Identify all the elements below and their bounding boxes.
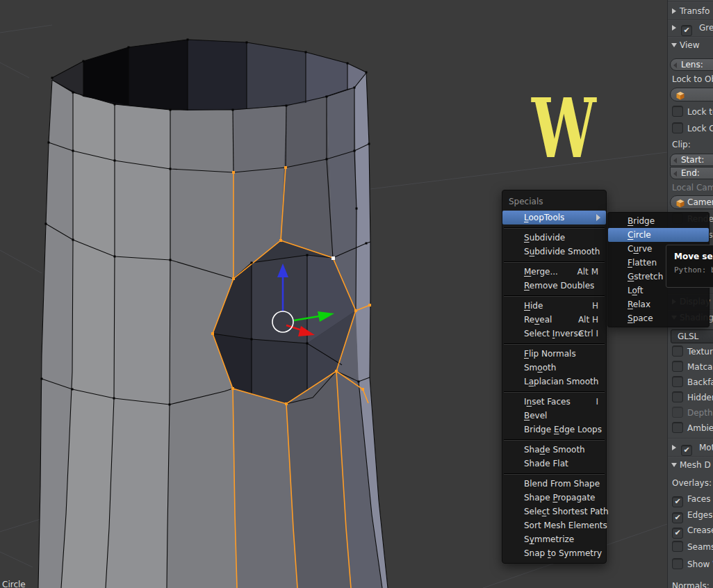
menu-item-label: Relax xyxy=(628,300,650,309)
menu-item-label: Curve xyxy=(628,244,652,254)
panel-row-show-w[interactable]: Show W xyxy=(668,558,713,570)
panel-row-matcap[interactable]: Matcap xyxy=(668,361,713,373)
panel-row-ambien[interactable]: Ambien xyxy=(668,422,713,434)
menu-item-flip-normals[interactable]: Flip Normals xyxy=(502,347,606,361)
panel-row-mesh-d[interactable]: Mesh D xyxy=(668,458,713,472)
menu-separator xyxy=(502,224,606,231)
slider-lens[interactable]: Lens: xyxy=(670,58,713,71)
panel-row-backfa[interactable]: Backfa xyxy=(668,376,713,388)
menu-item-laplacian-smooth[interactable]: Laplacian Smooth xyxy=(502,375,606,389)
checkbox[interactable] xyxy=(672,345,683,357)
menu-item-snap-to-symmetry[interactable]: Snap to Symmetry xyxy=(502,546,606,560)
panel-row-label: Hidden xyxy=(687,393,713,402)
object-field[interactable] xyxy=(670,88,713,101)
menu-item-merge[interactable]: Merge...Alt M xyxy=(502,265,606,279)
menu-item-label: Flip Normals xyxy=(524,349,576,359)
tooltip-title: Move selec xyxy=(674,252,713,261)
object-field[interactable]: Camer xyxy=(670,195,713,209)
panel-row-depth[interactable]: Depth xyxy=(668,407,713,418)
checkbox[interactable] xyxy=(672,376,683,387)
panel-row-edges[interactable]: ✔Edges xyxy=(668,509,713,521)
menu-item-label: Bevel xyxy=(524,411,547,420)
submenu-item-relax[interactable]: Relax xyxy=(608,297,709,311)
menu-item-select-shortest-path[interactable]: Select Shortest Path xyxy=(502,505,606,518)
menu-item-shortcut: H xyxy=(592,299,598,313)
panel-expand-icon xyxy=(671,463,677,467)
panel-row-faces[interactable]: ✔Faces xyxy=(668,493,713,505)
menu-item-select-inverse[interactable]: Select InverseCtrl I xyxy=(502,327,606,341)
slider-label: End: xyxy=(681,168,700,178)
panel-row-transfo[interactable]: Transfo xyxy=(668,4,713,18)
panel-row-label: Show W xyxy=(687,560,713,569)
panel-row-texture[interactable]: Texture xyxy=(668,345,713,357)
panel-row-crease[interactable]: ✔Crease xyxy=(668,525,713,537)
menu-item-smooth[interactable]: Smooth xyxy=(502,361,606,375)
checkbox[interactable] xyxy=(672,391,683,402)
menu-item-sort-mesh-elements[interactable]: Sort Mesh Elements xyxy=(502,518,606,532)
checkbox[interactable] xyxy=(672,122,683,133)
checkbox[interactable] xyxy=(672,106,683,117)
checkbox[interactable]: ✔ xyxy=(672,512,683,523)
slider-decrement-icon[interactable] xyxy=(673,63,677,68)
panel-row-grea[interactable]: ✔Grea xyxy=(668,21,713,35)
menu-item-shape-propagate[interactable]: Shape Propagate xyxy=(502,491,606,505)
menu-item-label: Bridge Edge Loops xyxy=(524,425,602,434)
menu-item-blend-from-shape[interactable]: Blend From Shape xyxy=(502,477,606,491)
panel-row-view[interactable]: View xyxy=(668,38,713,52)
panel-row-label: Crease xyxy=(687,525,713,535)
panel-separator xyxy=(668,36,713,38)
checkbox[interactable]: ✔ xyxy=(672,496,683,507)
menu-item-hide[interactable]: HideH xyxy=(502,299,606,313)
panel-row-lock-c[interactable]: Lock C xyxy=(668,122,713,134)
menu-item-shade-flat[interactable]: Shade Flat xyxy=(502,457,606,471)
menu-item-label: Smooth xyxy=(524,363,556,373)
menu-item-remove-doubles[interactable]: Remove Doubles xyxy=(502,279,606,293)
tooltip-python-hint: Python: bp xyxy=(674,266,713,275)
submenu-item-space[interactable]: Space xyxy=(608,311,709,325)
menu-item-subdivide-smooth[interactable]: Subdivide Smooth xyxy=(502,245,606,259)
checkbox[interactable]: ✔ xyxy=(672,528,683,539)
slider-start[interactable]: Start: xyxy=(670,154,713,166)
menu-item-subdivide[interactable]: Subdivide xyxy=(502,231,606,245)
slider-label: Lens: xyxy=(681,60,703,70)
menu-item-inset-faces[interactable]: Inset FacesI xyxy=(502,395,606,409)
menu-item-label: Circle xyxy=(628,230,651,240)
panel-row-clip: Clip: xyxy=(668,140,713,149)
panel-row-label: Local Cam xyxy=(672,183,713,193)
menu-item-symmetrize[interactable]: Symmetrize xyxy=(502,532,606,546)
panel-row-label: Ambien xyxy=(687,423,713,433)
menu-item-bridge-edge-loops[interactable]: Bridge Edge Loops xyxy=(502,423,606,436)
checkbox[interactable] xyxy=(672,558,683,569)
menu-item-label: Inset Faces xyxy=(524,397,571,407)
menu-item-shade-smooth[interactable]: Shade Smooth xyxy=(502,443,606,457)
checkbox[interactable]: ✔ xyxy=(681,445,692,456)
checkbox[interactable] xyxy=(672,407,683,418)
menu-item-label: Space xyxy=(628,313,653,323)
checkbox[interactable]: ✔ xyxy=(681,25,692,36)
menu-item-bevel[interactable]: Bevel xyxy=(502,409,606,423)
menu-item-looptools[interactable]: LoopTools xyxy=(502,211,606,224)
menu-separator xyxy=(502,436,606,443)
slider-decrement-icon[interactable] xyxy=(673,158,677,163)
menu-item-label: Loft xyxy=(628,286,644,295)
panel-row-overlays: Overlays: xyxy=(668,478,713,488)
panel-row-label: Faces xyxy=(687,494,710,504)
tooltip: Move selec Python: bp xyxy=(666,245,713,288)
panel-row-hidden[interactable]: Hidden xyxy=(668,391,713,403)
checkbox[interactable] xyxy=(672,361,683,372)
slider-end[interactable]: End: xyxy=(670,167,713,179)
submenu-item-circle[interactable]: Circle xyxy=(608,228,709,242)
slider-decrement-icon[interactable] xyxy=(673,171,677,177)
checkbox[interactable] xyxy=(672,541,683,552)
menu-item-label: Select Shortest Path xyxy=(524,507,609,516)
operator-label: Circle xyxy=(2,580,26,588)
button-glsl[interactable]: GLSL xyxy=(671,329,713,343)
panel-row-label: Normals: xyxy=(672,581,710,588)
panel-row-seams[interactable]: Seams xyxy=(668,541,713,553)
panel-row-lock-to[interactable]: Lock to xyxy=(668,106,713,117)
submenu-item-bridge[interactable]: Bridge xyxy=(608,214,709,228)
panel-row-mot[interactable]: ✔Mot xyxy=(668,441,713,455)
checkbox[interactable] xyxy=(672,422,683,433)
menu-item-reveal[interactable]: RevealAlt H xyxy=(502,313,606,327)
panel-row-label: Grea xyxy=(699,23,713,33)
